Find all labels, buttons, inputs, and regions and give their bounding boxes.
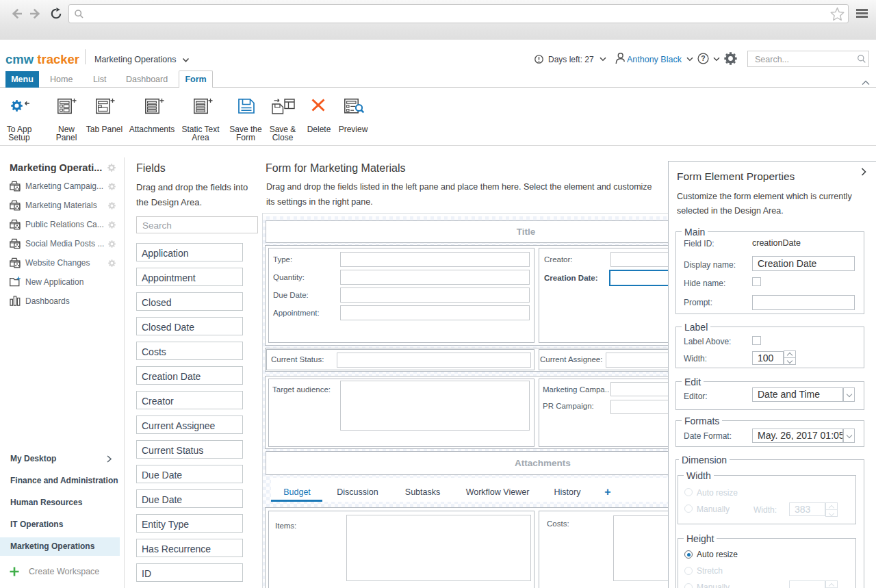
svg-text:?: ? <box>701 54 705 62</box>
